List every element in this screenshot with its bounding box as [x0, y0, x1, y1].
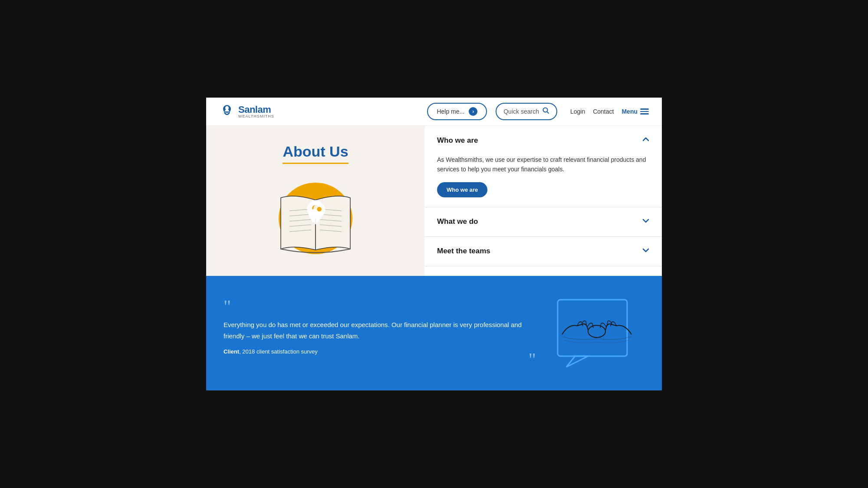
accordion-header-who-we-are[interactable]: Who we are [425, 126, 662, 155]
quote-text: Everything you do has met or exceeded ou… [224, 319, 536, 341]
right-panel: Who we are As Wealthsmiths, we use our e… [425, 126, 662, 276]
blue-section: " Everything you do has met or exceeded … [206, 276, 662, 390]
logo-text: Sanlam Wealthsmiths [238, 105, 274, 118]
main-content: About Us [206, 126, 662, 276]
handshake-svg [549, 293, 644, 371]
menu-button[interactable]: Menu [621, 108, 649, 115]
accordion-title-who-we-are: Who we are [437, 136, 478, 145]
search-icon [542, 107, 549, 116]
handshake-illustration [549, 293, 644, 373]
chevron-down-icon-meet-teams [642, 246, 650, 256]
page-title: About Us [283, 143, 348, 164]
login-link[interactable]: Login [570, 108, 585, 115]
help-label: Help me... [437, 108, 464, 115]
quote-area: " Everything you do has met or exceeded … [224, 298, 549, 369]
accordion-title-what-we-do: What we do [437, 217, 478, 226]
left-panel: About Us [206, 126, 425, 276]
svg-line-3 [547, 112, 549, 114]
help-arrow-icon: › [469, 107, 477, 116]
accordion-item-what-we-do: What we do [425, 207, 662, 237]
contact-link[interactable]: Contact [593, 108, 614, 115]
quote-author: Client [224, 348, 239, 355]
accordion-body-who-we-are: As Wealthsmiths, we use our expertise to… [425, 155, 662, 207]
help-button[interactable]: Help me... › [427, 103, 487, 120]
browser-window: Sanlam Wealthsmiths Help me... › Quick s… [206, 98, 662, 390]
location-pin-icon [300, 198, 331, 228]
svg-point-21 [588, 325, 605, 337]
menu-label: Menu [621, 108, 638, 115]
quote-detail: , 2018 client satisfaction survey [239, 348, 318, 355]
nav-links: Login Contact Menu [570, 108, 649, 115]
logo-sub: Wealthsmiths [238, 115, 274, 118]
accordion-item-who-we-are: Who we are As Wealthsmiths, we use our e… [425, 126, 662, 207]
chevron-down-icon-what-we-do [642, 217, 650, 227]
svg-point-18 [317, 207, 322, 212]
svg-marker-20 [566, 356, 588, 367]
quote-open-icon: " [224, 298, 536, 316]
logo-area: Sanlam Wealthsmiths [219, 104, 274, 119]
accordion-item-meet-the-teams: Meet the teams [425, 237, 662, 266]
hamburger-icon [640, 108, 649, 115]
who-we-are-text: As Wealthsmiths, we use our expertise to… [437, 155, 650, 174]
search-button[interactable]: Quick search [496, 103, 557, 120]
chevron-up-icon [642, 135, 650, 145]
logo-name: Sanlam [238, 105, 274, 115]
accordion-header-what-we-do[interactable]: What we do [425, 207, 662, 236]
about-illustration [268, 176, 363, 259]
search-label: Quick search [503, 108, 539, 115]
accordion-header-meet-the-teams[interactable]: Meet the teams [425, 237, 662, 266]
accordion-title-meet-the-teams: Meet the teams [437, 247, 490, 255]
header: Sanlam Wealthsmiths Help me... › Quick s… [206, 98, 662, 126]
sanlam-logo-icon [219, 104, 235, 119]
who-we-are-button[interactable]: Who we are [437, 182, 487, 197]
